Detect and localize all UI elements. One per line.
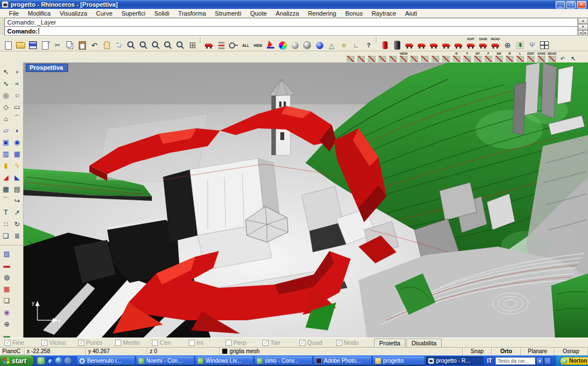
taskbar-window-button[interactable]: Windows Liv... xyxy=(195,357,253,365)
sidebar-tool-button[interactable]: ϟ xyxy=(12,160,23,171)
sidebar-tool-button[interactable]: ◇ xyxy=(1,101,12,113)
status-cell[interactable]: Planare xyxy=(521,348,554,355)
menu-item[interactable]: Modifica xyxy=(23,9,55,17)
menu-item[interactable]: Aiuti xyxy=(400,9,421,17)
osnap-checkbox[interactable] xyxy=(41,340,47,346)
osnap-option[interactable]: Int xyxy=(189,339,226,346)
search-dropdown-button[interactable]: ▼ xyxy=(536,357,543,365)
status-cell[interactable]: Snap xyxy=(463,348,492,355)
menu-item[interactable]: File xyxy=(4,9,23,17)
taskbar-window-button[interactable]: e Benvenuto i... xyxy=(77,357,135,365)
taskbar-window-button[interactable]: Adobe Photo... xyxy=(314,357,371,365)
scroll-left-button[interactable]: ◄ xyxy=(578,30,583,36)
sidebar-tool-button[interactable]: ◗ xyxy=(12,124,23,136)
command-history[interactable]: Comando: _Layer xyxy=(5,18,577,27)
scroll-down-button[interactable]: ▼ xyxy=(578,24,588,30)
sidebar-tool-button[interactable]: ▬ xyxy=(1,259,12,271)
sidebar-tool-button[interactable]: ≣ xyxy=(12,230,23,242)
view-toolbar-button[interactable]: READ xyxy=(547,52,557,62)
status-cell[interactable]: z 0 xyxy=(147,348,220,355)
sidebar-tool-button[interactable]: ↪ xyxy=(12,195,23,206)
osnap-checkbox[interactable] xyxy=(336,340,342,346)
sidebar-tool-button[interactable]: ⌒ xyxy=(1,195,12,206)
menu-item[interactable]: Bonus xyxy=(341,9,367,17)
sidebar-tool-button[interactable]: ◉ xyxy=(12,136,23,148)
sidebar-tool-button[interactable]: ▮ xyxy=(1,160,12,171)
toolbar-button[interactable]: ↶ xyxy=(88,36,101,51)
toolbar-button[interactable] xyxy=(137,36,150,51)
sidebar-tool-button[interactable]: ≈ xyxy=(12,78,23,89)
osnap-option[interactable]: Vicino xyxy=(41,339,78,346)
status-cell[interactable]: griglia mesh xyxy=(220,348,463,355)
toolbar-button[interactable] xyxy=(15,36,27,51)
toolbar-button[interactable]: READ xyxy=(489,36,501,51)
sidebar-tool-button[interactable]: ↖ xyxy=(1,66,12,78)
taskbar-window-button[interactable]: progetto - R... xyxy=(426,357,484,365)
toolbar-button[interactable] xyxy=(415,36,428,51)
toolbar-button[interactable] xyxy=(162,36,174,51)
toolbar-button[interactable] xyxy=(538,36,551,51)
scroll-up-button[interactable]: ▲ xyxy=(578,18,588,24)
toolbar-button[interactable]: △ xyxy=(326,36,338,51)
toolbar-button[interactable] xyxy=(215,36,227,51)
osnap-checkbox[interactable] xyxy=(78,340,84,346)
toolbar-button[interactable]: SAVE xyxy=(477,36,489,51)
osnap-button[interactable]: Disabilita xyxy=(407,339,442,347)
sidebar-tool-button[interactable]: ▦ xyxy=(12,148,23,160)
toolbar-button[interactable] xyxy=(64,36,76,51)
view-toolbar-button[interactable]: EDIT xyxy=(525,52,536,62)
toolbar-button[interactable]: ↻ xyxy=(113,36,125,51)
menu-item[interactable]: Strumenti xyxy=(211,9,246,17)
view-toolbar-button[interactable] xyxy=(366,52,377,62)
sidebar-tool-button[interactable]: ❏ xyxy=(1,295,12,306)
toolbar-button[interactable] xyxy=(125,36,137,51)
toolbar-button[interactable] xyxy=(2,36,15,51)
toolbar-button[interactable] xyxy=(313,36,326,51)
view-toolbar-button[interactable]: F xyxy=(483,52,494,62)
command-prompt[interactable]: Comando: xyxy=(5,27,577,35)
sidebar-tool-button[interactable]: ○ xyxy=(12,89,23,101)
status-cell[interactable]: Osnap xyxy=(554,348,588,355)
toolbar-button[interactable]: HIDE xyxy=(252,36,264,51)
view-toolbar-button[interactable] xyxy=(409,52,419,62)
toolbar-button[interactable] xyxy=(39,36,51,51)
window-control-button[interactable]: ✕ xyxy=(577,1,586,8)
menu-item[interactable]: Visualizza xyxy=(55,9,92,17)
status-cell[interactable]: Orto xyxy=(492,348,521,355)
view-toolbar-button[interactable] xyxy=(377,52,388,62)
toolbar-button[interactable]: EDIT xyxy=(465,36,477,51)
toolbar-button[interactable] xyxy=(27,36,39,51)
sidebar-tool-button[interactable]: ⊕ xyxy=(1,318,12,330)
view-toolbar-button[interactable]: T xyxy=(462,52,472,62)
toolbar-button[interactable] xyxy=(403,36,415,51)
toolbar-button[interactable] xyxy=(379,36,391,51)
sidebar-tool-button[interactable]: ∷ xyxy=(1,218,12,230)
toolbar-button[interactable] xyxy=(428,36,440,51)
toolbar-button[interactable] xyxy=(289,36,301,51)
osnap-checkbox[interactable] xyxy=(262,340,269,346)
menu-item[interactable]: Superfici xyxy=(117,9,150,17)
menu-item[interactable]: Analizza xyxy=(271,9,304,17)
toolbar-button[interactable] xyxy=(514,36,526,51)
osnap-checkbox[interactable] xyxy=(226,340,232,346)
quick-launch-icon[interactable]: e xyxy=(46,357,54,364)
toolbar-button[interactable] xyxy=(203,36,215,51)
osnap-option[interactable]: Fine xyxy=(4,339,41,346)
sidebar-tool-button[interactable]: ∿ xyxy=(1,78,12,89)
toolbar-button[interactable] xyxy=(174,36,187,51)
taskbar-window-button[interactable]: progetto xyxy=(373,357,424,365)
view-toolbar-button[interactable]: SAVE xyxy=(536,52,547,62)
sidebar-tool-button[interactable]: ▱ xyxy=(1,124,12,136)
quick-launch-icon[interactable] xyxy=(64,357,71,364)
toolbar-button[interactable]: ⊕ xyxy=(501,36,514,51)
sidebar-tool-button[interactable]: ↻ xyxy=(12,218,23,230)
view-toolbar-button[interactable]: ↖ xyxy=(568,52,579,62)
scroll-right-button[interactable]: ► xyxy=(583,30,588,36)
sidebar-tool-button[interactable]: ◢ xyxy=(1,171,12,183)
view-toolbar-button[interactable]: L xyxy=(515,52,525,62)
toolbar-button[interactable]: ✂ xyxy=(51,36,64,51)
toolbar-button[interactable] xyxy=(391,36,403,51)
window-control-button[interactable]: _ xyxy=(556,1,565,8)
menu-item[interactable]: Solidi xyxy=(150,9,174,17)
menu-item[interactable]: Trasforma xyxy=(174,9,211,17)
